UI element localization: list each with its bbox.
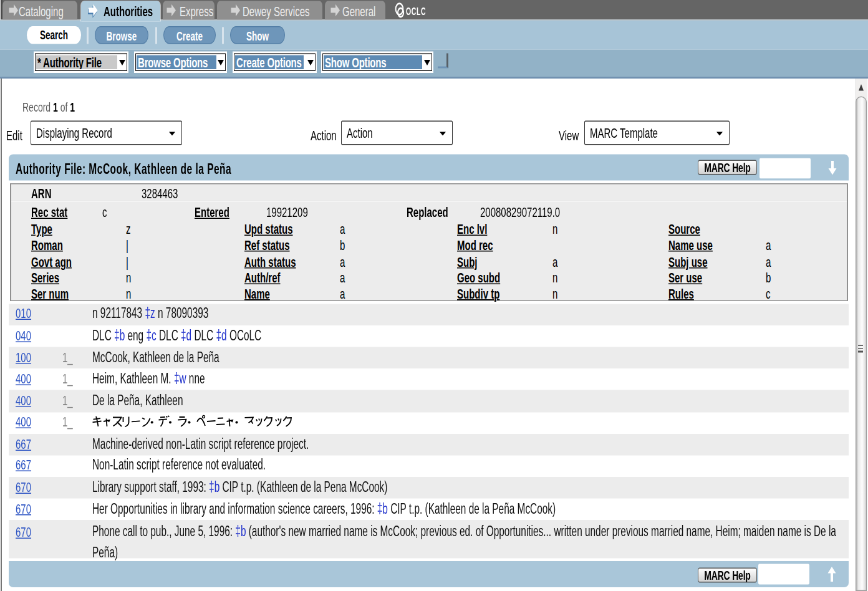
svg-text:OCLC: OCLC (406, 6, 426, 17)
